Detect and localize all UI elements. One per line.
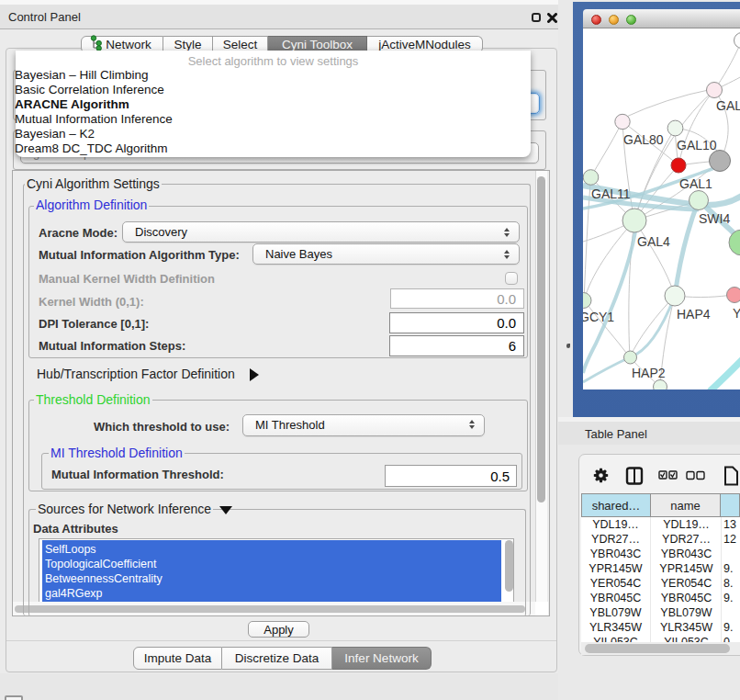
svg-text:GAL10: GAL10 bbox=[677, 138, 717, 152]
svg-text:GAL4: GAL4 bbox=[637, 234, 670, 249]
svg-text:Y: Y bbox=[733, 306, 740, 321]
svg-text:GCY1: GCY1 bbox=[583, 310, 614, 324]
svg-text:HAP2: HAP2 bbox=[632, 366, 666, 380]
svg-text:GAL11: GAL11 bbox=[591, 186, 631, 201]
svg-text:GAL: GAL bbox=[716, 98, 740, 113]
svg-text:HAP4: HAP4 bbox=[677, 307, 711, 322]
svg-text:SWI4: SWI4 bbox=[699, 211, 730, 226]
svg-text:GAL80: GAL80 bbox=[623, 132, 664, 147]
svg-text:GAL1: GAL1 bbox=[679, 176, 712, 191]
